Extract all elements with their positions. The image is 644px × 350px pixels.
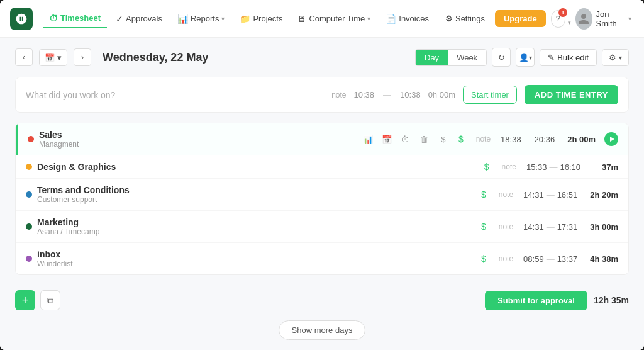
- invoices-icon: 📄: [386, 14, 396, 24]
- help-button[interactable]: ? ▾ 1: [551, 10, 565, 28]
- start-time: 18:38: [501, 135, 521, 144]
- dollar-icon[interactable]: $: [481, 222, 486, 232]
- nav-approvals[interactable]: ✓ Approvals: [109, 10, 169, 28]
- edit-icon: ✎: [548, 53, 555, 62]
- entry-subtitle: Asana / Timecamp: [37, 227, 474, 236]
- user-icon: 👤: [519, 53, 529, 62]
- dollar-icon[interactable]: $: [484, 162, 489, 172]
- duration-display: 0h 00m: [428, 90, 455, 99]
- view-toggle: Day Week: [415, 49, 487, 66]
- upgrade-button[interactable]: Upgrade: [495, 10, 546, 27]
- end-time: 16:51: [557, 190, 578, 200]
- start-time: 14:31: [523, 190, 544, 200]
- start-timer-button[interactable]: Start timer: [463, 86, 517, 104]
- next-date-button[interactable]: ›: [74, 48, 91, 66]
- user-filter-button[interactable]: 👤 ▾: [516, 48, 535, 67]
- add-row-button[interactable]: +: [15, 290, 35, 310]
- project-dot: [26, 223, 32, 230]
- bottom-action-bar: + ⧉ Submit for approval 12h 35m: [15, 285, 629, 315]
- current-date-label: Wednesday, 22 May: [103, 51, 208, 64]
- nav-computer-time[interactable]: 🖥 Computer Time ▾: [291, 10, 377, 28]
- date-navigation: ‹ 📅 ▾ › Wednesday, 22 May Day Week ↻ 👤 ▾: [15, 48, 629, 67]
- show-more-section: Show more days: [15, 320, 629, 340]
- table-row: inbox Wunderlist $ note 08:59 — 13:37 4h…: [16, 243, 628, 274]
- calendar-chevron-icon: ▾: [57, 53, 62, 62]
- note-field[interactable]: note: [476, 135, 491, 144]
- billing-icon[interactable]: $: [436, 132, 451, 147]
- end-time: 17:31: [557, 222, 578, 232]
- entry-info: Sales Managment: [39, 130, 355, 149]
- date-nav-right: Day Week ↻ 👤 ▾ ✎ Bulk edit ⚙ ▾: [415, 48, 629, 67]
- nav-timesheet[interactable]: ⏱ Timesheet: [43, 9, 107, 28]
- dollar-icon[interactable]: $: [481, 189, 486, 200]
- prev-date-button[interactable]: ‹: [15, 48, 33, 66]
- entry-title: Terms and Conditions: [37, 185, 474, 195]
- user-chevron-icon: ▾: [628, 15, 631, 22]
- calendar-entry-icon[interactable]: 📅: [379, 132, 394, 147]
- view-settings-button[interactable]: ⚙ ▾: [602, 49, 629, 66]
- add-time-entry-button[interactable]: ADD TIME ENTRY: [525, 85, 618, 104]
- week-view-button[interactable]: Week: [448, 50, 486, 65]
- show-more-days-button[interactable]: Show more days: [279, 320, 366, 340]
- entry-info: inbox Wunderlist: [37, 249, 474, 268]
- user-name: Jon Smith: [596, 9, 625, 28]
- day-view-button[interactable]: Day: [416, 50, 448, 65]
- note-field[interactable]: note: [499, 222, 513, 231]
- nav-right-section: ⚙ Settings Upgrade ? ▾ 1 Jon Smith ▾: [440, 6, 636, 32]
- entry-times: 15:33 — 16:10: [526, 162, 580, 172]
- reports-icon: 📊: [177, 14, 188, 24]
- project-dot: [26, 256, 32, 262]
- nav-projects[interactable]: 📁 Projects: [233, 10, 289, 28]
- app-logo[interactable]: [10, 8, 33, 30]
- entry-times: 14:31 — 17:31: [523, 222, 577, 232]
- nav-invoices[interactable]: 📄 Invoices: [379, 10, 435, 28]
- delete-icon[interactable]: 🗑: [417, 132, 432, 147]
- entry-info: Terms and Conditions Customer support: [37, 185, 474, 204]
- nav-reports[interactable]: 📊 Reports ▾: [171, 10, 231, 28]
- approvals-icon: ✓: [116, 14, 123, 24]
- table-row: Terms and Conditions Customer support $ …: [16, 179, 628, 211]
- user-menu[interactable]: Jon Smith ▾: [570, 6, 636, 32]
- timer-icon[interactable]: ⏱: [398, 132, 413, 147]
- entry-duration: 4h 38m: [590, 254, 618, 264]
- quick-add-bar: What did you work on? note 10:38 — 10:38…: [15, 77, 629, 113]
- calendar-picker-button[interactable]: 📅 ▾: [39, 49, 67, 66]
- time-sep: —: [549, 162, 557, 172]
- chart-icon[interactable]: 📊: [360, 132, 375, 147]
- refresh-button[interactable]: ↻: [492, 48, 511, 67]
- entry-times: 18:38 — 20:36: [501, 135, 555, 144]
- total-time-display: 12h 35m: [594, 295, 629, 305]
- project-dot: [28, 136, 34, 142]
- quick-add-placeholder[interactable]: What did you work on?: [26, 90, 324, 100]
- note-field[interactable]: note: [502, 162, 516, 171]
- gear-chevron-icon: ▾: [619, 54, 622, 61]
- projects-icon: 📁: [240, 14, 250, 24]
- time-entries-card: Sales Managment 📊 📅 ⏱ 🗑 $ $ note 18:38 —…: [15, 123, 629, 275]
- time-sep: —: [547, 254, 555, 264]
- note-field[interactable]: note: [499, 190, 513, 199]
- copy-icon: ⧉: [47, 295, 53, 306]
- computer-time-chevron-icon: ▾: [367, 15, 370, 22]
- copy-button[interactable]: ⧉: [40, 290, 60, 310]
- table-row: Sales Managment 📊 📅 ⏱ 🗑 $ $ note 18:38 —…: [16, 123, 628, 155]
- calendar-icon: 📅: [45, 53, 55, 62]
- entry-action-bar: 📊 📅 ⏱ 🗑 $: [360, 132, 451, 147]
- dollar-icon[interactable]: $: [481, 254, 486, 264]
- refresh-icon: ↻: [498, 53, 505, 62]
- settings-button[interactable]: ⚙ Settings: [440, 10, 490, 27]
- main-content: ‹ 📅 ▾ › Wednesday, 22 May Day Week ↻ 👤 ▾: [0, 38, 644, 350]
- submit-approval-button[interactable]: Submit for approval: [485, 291, 587, 310]
- computer-time-icon: 🖥: [297, 14, 306, 24]
- dollar-icon[interactable]: $: [458, 134, 464, 144]
- play-button[interactable]: [604, 132, 618, 146]
- note-label: note: [331, 91, 346, 99]
- project-dot: [26, 164, 32, 170]
- entry-info: Marketing Asana / Timecamp: [37, 217, 474, 236]
- bottom-right-section: Submit for approval 12h 35m: [485, 291, 629, 310]
- timesheet-icon: ⏱: [49, 13, 58, 23]
- note-field[interactable]: note: [499, 254, 513, 263]
- entry-duration: 3h 00m: [590, 222, 618, 232]
- entry-title: Design & Graphics: [37, 162, 477, 172]
- entry-duration: 2h 00m: [567, 135, 596, 144]
- bulk-edit-button[interactable]: ✎ Bulk edit: [540, 49, 597, 66]
